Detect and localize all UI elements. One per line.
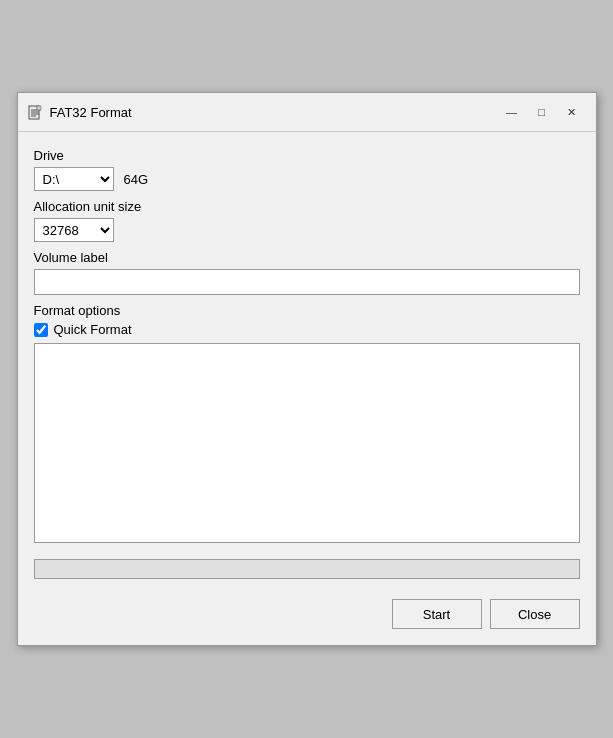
window-title: FAT32 Format bbox=[50, 105, 132, 120]
drive-size: 64G bbox=[124, 172, 149, 187]
format-icon bbox=[28, 104, 44, 120]
drive-row: D:\ 64G bbox=[34, 167, 580, 191]
drive-select[interactable]: D:\ bbox=[34, 167, 114, 191]
quick-format-checkbox[interactable] bbox=[34, 323, 48, 337]
format-options-section: Format options Quick Format bbox=[34, 303, 580, 543]
volume-label: Volume label bbox=[34, 250, 580, 265]
progress-bar-container bbox=[34, 559, 580, 579]
maximize-button[interactable]: □ bbox=[528, 101, 556, 123]
button-row: Start Close bbox=[34, 599, 580, 633]
volume-section: Volume label bbox=[34, 250, 580, 295]
quick-format-row: Quick Format bbox=[34, 322, 580, 337]
quick-format-label[interactable]: Quick Format bbox=[54, 322, 132, 337]
alloc-label: Allocation unit size bbox=[34, 199, 580, 214]
output-area bbox=[34, 343, 580, 543]
close-button[interactable]: Close bbox=[490, 599, 580, 629]
window-body: Drive D:\ 64G Allocation unit size 32768… bbox=[18, 132, 596, 645]
volume-input[interactable] bbox=[34, 269, 580, 295]
main-window: FAT32 Format — □ ✕ Drive D:\ 64G Allocat… bbox=[17, 92, 597, 646]
start-button[interactable]: Start bbox=[392, 599, 482, 629]
title-bar: FAT32 Format — □ ✕ bbox=[18, 93, 596, 132]
close-window-button[interactable]: ✕ bbox=[558, 101, 586, 123]
title-bar-left: FAT32 Format bbox=[28, 104, 132, 120]
title-bar-controls: — □ ✕ bbox=[498, 101, 586, 123]
drive-label: Drive bbox=[34, 148, 580, 163]
alloc-section: Allocation unit size 32768 512 1024 2048… bbox=[34, 199, 580, 242]
svg-rect-2 bbox=[37, 106, 41, 110]
format-options-label: Format options bbox=[34, 303, 580, 318]
drive-section: Drive D:\ 64G bbox=[34, 148, 580, 191]
minimize-button[interactable]: — bbox=[498, 101, 526, 123]
alloc-select[interactable]: 32768 512 1024 2048 4096 8192 16384 6553… bbox=[34, 218, 114, 242]
